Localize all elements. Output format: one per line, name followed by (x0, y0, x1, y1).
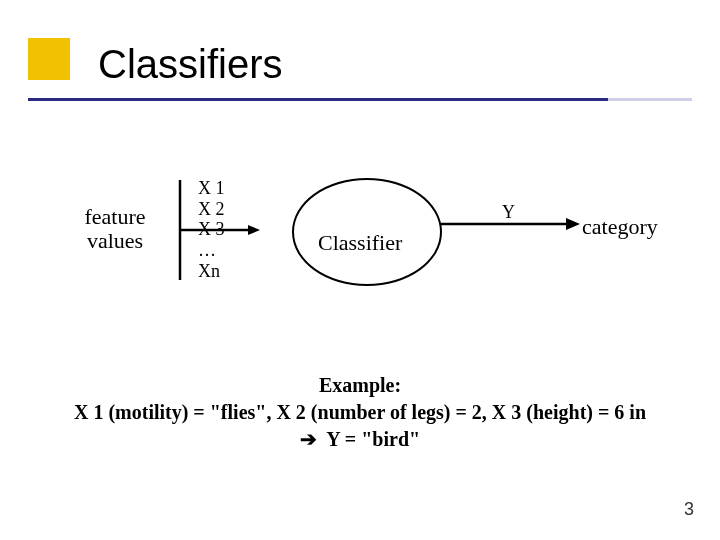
example-block: Example: X 1 (motility) = "flies", X 2 (… (0, 372, 720, 453)
feature-ellipsis: … (198, 240, 225, 261)
feature-x1: X 1 (198, 178, 225, 199)
output-label: category (582, 214, 658, 240)
example-result-line: ➔ Y = "bird" (0, 426, 720, 453)
feature-x2: X 2 (198, 199, 225, 220)
feature-vector: X 1 X 2 X 3 … Xn (198, 178, 225, 281)
classifier-diagram: feature values X 1 X 2 X 3 … Xn Classifi… (0, 160, 720, 330)
slide-header: Classifiers (0, 0, 720, 110)
svg-marker-2 (248, 225, 260, 235)
feature-xn: Xn (198, 261, 225, 282)
svg-marker-4 (566, 218, 580, 230)
input-label-line2: values (87, 228, 143, 253)
input-label-line1: feature (84, 204, 145, 229)
output-var: Y (502, 202, 515, 223)
classifier-node-label: Classifier (318, 230, 402, 256)
slide-title: Classifiers (98, 42, 282, 87)
input-label: feature values (70, 205, 160, 253)
title-underline-tail (608, 98, 692, 101)
example-result: Y = "bird" (326, 428, 420, 450)
title-underline (28, 98, 608, 101)
rightwards-arrow-icon: ➔ (300, 428, 317, 450)
feature-x3: X 3 (198, 219, 225, 240)
page-number: 3 (684, 499, 694, 520)
example-line1: X 1 (motility) = "flies", X 2 (number of… (0, 399, 720, 426)
example-heading: Example: (0, 372, 720, 399)
accent-square (28, 38, 70, 80)
